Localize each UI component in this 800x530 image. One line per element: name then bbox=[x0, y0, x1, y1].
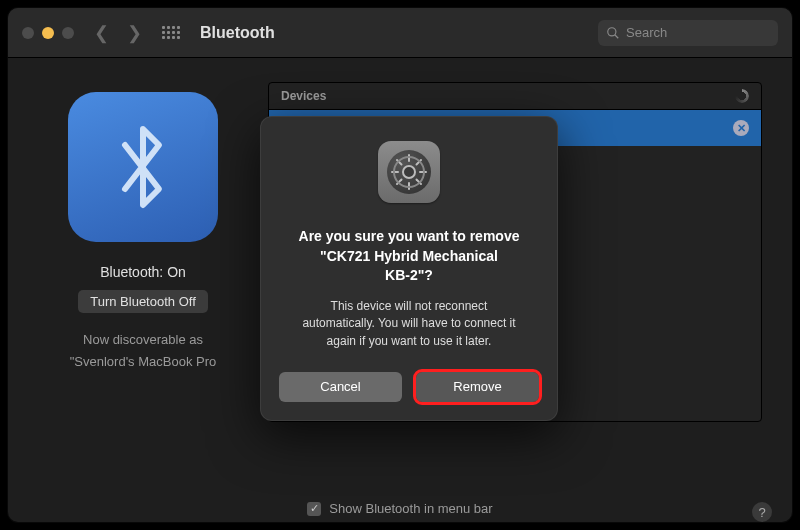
menubar-checkbox[interactable]: ✓ bbox=[307, 502, 321, 516]
search-icon bbox=[606, 26, 620, 40]
dialog-buttons: Cancel Remove bbox=[279, 372, 539, 402]
bluetooth-status-label: Bluetooth: On bbox=[100, 264, 186, 280]
devices-header-label: Devices bbox=[281, 89, 326, 103]
minimize-window-button[interactable] bbox=[42, 27, 54, 39]
system-preferences-icon bbox=[378, 141, 440, 203]
search-input[interactable]: Search bbox=[598, 20, 778, 46]
discoverable-text: Now discoverable as "Svenlord's MacBook … bbox=[70, 329, 217, 373]
gear-icon bbox=[387, 150, 431, 194]
forward-button[interactable]: ❯ bbox=[127, 22, 142, 44]
footer: ✓ Show Bluetooth in menu bar ? bbox=[8, 487, 792, 522]
toggle-bluetooth-button[interactable]: Turn Bluetooth Off bbox=[78, 290, 208, 313]
window-title: Bluetooth bbox=[200, 24, 588, 42]
close-window-button[interactable] bbox=[22, 27, 34, 39]
confirm-remove-dialog: Are you sure you want to remove "CK721 H… bbox=[260, 116, 558, 421]
svg-line-1 bbox=[615, 34, 619, 38]
bluetooth-status-column: Bluetooth: On Turn Bluetooth Off Now dis… bbox=[38, 82, 248, 477]
bluetooth-glyph-icon bbox=[108, 117, 178, 217]
devices-header: Devices bbox=[269, 83, 761, 110]
dialog-body: This device will not reconnect automatic… bbox=[302, 298, 515, 350]
titlebar: ❮ ❯ Bluetooth Search bbox=[8, 8, 792, 58]
window-controls bbox=[22, 27, 74, 39]
show-all-icon[interactable] bbox=[162, 26, 180, 40]
help-button[interactable]: ? bbox=[752, 502, 772, 522]
remove-button[interactable]: Remove bbox=[416, 372, 539, 402]
svg-point-0 bbox=[608, 27, 616, 35]
discoverable-line: Now discoverable as bbox=[70, 329, 217, 351]
search-placeholder: Search bbox=[626, 25, 667, 40]
remove-device-icon[interactable]: ✕ bbox=[733, 120, 749, 136]
bluetooth-icon bbox=[68, 92, 218, 242]
zoom-window-button[interactable] bbox=[62, 27, 74, 39]
svg-point-2 bbox=[403, 166, 415, 178]
back-button[interactable]: ❮ bbox=[94, 22, 109, 44]
discoverable-device-name: "Svenlord's MacBook Pro bbox=[70, 351, 217, 373]
dialog-title: Are you sure you want to remove "CK721 H… bbox=[299, 227, 520, 286]
cancel-button[interactable]: Cancel bbox=[279, 372, 402, 402]
preferences-window: ❮ ❯ Bluetooth Search Bluetooth: On Turn … bbox=[8, 8, 792, 522]
scanning-spinner-icon bbox=[735, 89, 749, 103]
menubar-checkbox-label: Show Bluetooth in menu bar bbox=[329, 501, 492, 516]
nav-arrows: ❮ ❯ bbox=[94, 22, 142, 44]
